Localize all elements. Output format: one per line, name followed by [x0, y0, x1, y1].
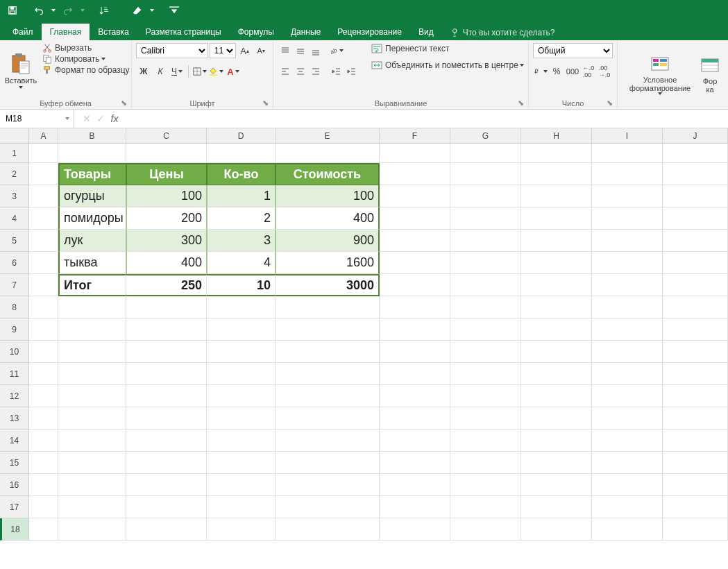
cell-I6[interactable] [592, 252, 663, 274]
cell-C2[interactable]: Цены [126, 163, 207, 185]
cell-C5[interactable]: 300 [126, 230, 207, 252]
row-header-12[interactable]: 12 [0, 385, 29, 407]
cell-A1[interactable] [29, 144, 58, 163]
merge-center-button[interactable]: Объединить и поместить в центре [368, 59, 527, 71]
cell-D4[interactable]: 2 [207, 207, 276, 230]
font-size-combo[interactable]: 11 [210, 43, 236, 58]
cell-E7[interactable]: 3000 [276, 274, 380, 296]
cell-G5[interactable] [450, 230, 521, 252]
cell-C6[interactable]: 400 [126, 252, 207, 274]
cell-H6[interactable] [521, 252, 592, 274]
grow-font-button[interactable]: A▴ [237, 43, 253, 58]
align-top-button[interactable] [278, 43, 293, 58]
cell-G18[interactable] [450, 518, 521, 541]
cell-A16[interactable] [29, 474, 58, 496]
cell-J5[interactable] [663, 230, 728, 252]
cell-H3[interactable] [521, 185, 592, 207]
row-header-11[interactable]: 11 [0, 363, 29, 385]
cell-D10[interactable] [207, 341, 276, 363]
number-format-combo[interactable]: Общий [533, 43, 613, 58]
cell-I15[interactable] [592, 452, 663, 474]
cell-C7[interactable]: 250 [126, 274, 207, 296]
row-header-16[interactable]: 16 [0, 474, 29, 496]
cell-F4[interactable] [380, 207, 450, 230]
number-dialog-launcher[interactable]: ⬊ [605, 99, 614, 108]
name-box-input[interactable] [6, 114, 61, 124]
spreadsheet-grid[interactable]: A B C D E F G H I J 12ТоварыЦеныКо-воСто… [0, 128, 728, 541]
cell-J16[interactable] [663, 474, 728, 496]
cell-E15[interactable] [276, 452, 380, 474]
cell-A9[interactable] [29, 319, 58, 341]
underline-button[interactable]: Ч [169, 64, 185, 79]
cell-C1[interactable] [126, 144, 207, 163]
cell-D18[interactable] [207, 518, 276, 541]
tab-layout[interactable]: Разметка страницы [137, 24, 230, 40]
col-header-D[interactable]: D [207, 128, 276, 143]
cell-I5[interactable] [592, 230, 663, 252]
cell-I7[interactable] [592, 274, 663, 296]
cell-H15[interactable] [521, 452, 592, 474]
qa-customize[interactable] [169, 1, 179, 19]
percent-button[interactable]: % [549, 64, 564, 79]
cell-E1[interactable] [276, 144, 380, 163]
currency-button[interactable]: ₽ [533, 64, 548, 79]
cell-D13[interactable] [207, 407, 276, 430]
cell-G17[interactable] [450, 496, 521, 518]
cell-H18[interactable] [521, 518, 592, 541]
cell-H10[interactable] [521, 341, 592, 363]
cell-C11[interactable] [126, 363, 207, 385]
increase-decimal-button[interactable]: ←.0.00 [581, 64, 596, 79]
cell-D1[interactable] [207, 144, 276, 163]
cell-B6[interactable]: тыква [58, 252, 126, 274]
cell-D6[interactable]: 4 [207, 252, 276, 274]
cell-A18[interactable] [29, 518, 58, 541]
format-as-table-button[interactable]: Форка [698, 42, 722, 107]
cell-I14[interactable] [592, 430, 663, 452]
row-header-5[interactable]: 5 [0, 230, 29, 252]
cell-J7[interactable] [663, 274, 728, 296]
cell-D9[interactable] [207, 319, 276, 341]
cell-E3[interactable]: 100 [276, 185, 380, 207]
font-name-combo[interactable]: Calibri [136, 43, 208, 58]
align-middle-button[interactable] [293, 43, 308, 58]
cell-G7[interactable] [450, 274, 521, 296]
cell-J6[interactable] [663, 252, 728, 274]
copy-button[interactable]: Копировать [39, 53, 133, 65]
cell-H16[interactable] [521, 474, 592, 496]
cell-A12[interactable] [29, 385, 58, 407]
cell-B2[interactable]: Товары [58, 163, 126, 185]
cell-C15[interactable] [126, 452, 207, 474]
cell-I1[interactable] [592, 144, 663, 163]
cell-F16[interactable] [380, 474, 450, 496]
cell-I9[interactable] [592, 319, 663, 341]
cell-F9[interactable] [380, 319, 450, 341]
cell-G1[interactable] [450, 144, 521, 163]
cell-F1[interactable] [380, 144, 450, 163]
cell-D15[interactable] [207, 452, 276, 474]
cell-F3[interactable] [380, 185, 450, 207]
fill-color-button[interactable] [209, 64, 224, 79]
cell-J15[interactable] [663, 452, 728, 474]
cell-F12[interactable] [380, 385, 450, 407]
cell-F17[interactable] [380, 496, 450, 518]
cell-D14[interactable] [207, 430, 276, 452]
cell-G15[interactable] [450, 452, 521, 474]
align-right-button[interactable] [308, 64, 323, 79]
cell-I16[interactable] [592, 474, 663, 496]
cell-C12[interactable] [126, 385, 207, 407]
cell-I4[interactable] [592, 207, 663, 230]
cell-H4[interactable] [521, 207, 592, 230]
cell-A11[interactable] [29, 363, 58, 385]
cell-G3[interactable] [450, 185, 521, 207]
row-header-14[interactable]: 14 [0, 430, 29, 452]
col-header-E[interactable]: E [276, 128, 380, 143]
conditional-formatting-button[interactable]: Условное форматирование [622, 42, 698, 107]
cell-E12[interactable] [276, 385, 380, 407]
cell-D16[interactable] [207, 474, 276, 496]
cell-B3[interactable]: огурцы [58, 185, 126, 207]
wrap-text-button[interactable]: Перенести текст [368, 42, 527, 55]
cell-B12[interactable] [58, 385, 126, 407]
undo-dropdown[interactable] [49, 1, 58, 19]
col-header-A[interactable]: A [29, 128, 58, 143]
cell-J12[interactable] [663, 385, 728, 407]
